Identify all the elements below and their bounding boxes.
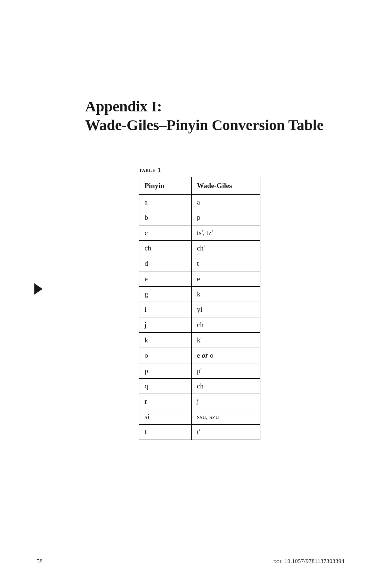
cell-pinyin: a [139, 195, 192, 210]
table-row: iyi [139, 302, 260, 317]
table-row: sissu, szu [139, 409, 260, 425]
cell-wade-giles: j [192, 394, 260, 409]
page-title: Appendix I:Wade-Giles–Pinyin Conversion … [85, 97, 344, 135]
table-row: qch [139, 379, 260, 394]
table-row: ee [139, 271, 260, 287]
cell-pinyin: g [139, 287, 192, 302]
cell-wade-giles: t [192, 256, 260, 271]
cell-pinyin: ch [139, 241, 192, 256]
cell-wade-giles: k' [192, 333, 260, 348]
cell-wade-giles: e or o [192, 348, 260, 363]
table-row: gk [139, 287, 260, 302]
page-footer: 58 doi: 10.1057/9781137303394 [0, 558, 381, 565]
cell-wade-giles: ch' [192, 241, 260, 256]
cell-wade-giles: t' [192, 425, 260, 440]
cell-wade-giles: k [192, 287, 260, 302]
cell-pinyin: d [139, 256, 192, 271]
table-row: aa [139, 195, 260, 210]
cell-pinyin: i [139, 302, 192, 317]
cell-wade-giles: e [192, 271, 260, 287]
cell-pinyin: j [139, 317, 192, 333]
cell-pinyin: o [139, 348, 192, 363]
cell-wade-giles: ts', tz' [192, 225, 260, 241]
header-wade-giles: Wade-Giles [192, 177, 260, 195]
cell-pinyin: b [139, 210, 192, 225]
table-row: cts', tz' [139, 225, 260, 241]
cell-pinyin: r [139, 394, 192, 409]
table-caption: table 1 [139, 166, 344, 174]
svg-marker-0 [34, 283, 43, 295]
table-row: kk' [139, 333, 260, 348]
cell-pinyin: q [139, 379, 192, 394]
table-row: dt [139, 256, 260, 271]
cell-wade-giles: ch [192, 379, 260, 394]
cell-pinyin: e [139, 271, 192, 287]
table-row: oe or o [139, 348, 260, 363]
doi-text: doi: 10.1057/9781137303394 [273, 558, 344, 565]
table-row: tt' [139, 425, 260, 440]
side-arrow-icon [33, 283, 43, 297]
cell-wade-giles: p' [192, 363, 260, 379]
table-row: chch' [139, 241, 260, 256]
table-row: bp [139, 210, 260, 225]
conversion-table: Pinyin Wade-Giles aabpcts', tz'chch'dtee… [139, 177, 260, 440]
table-body: aabpcts', tz'chch'dteegkiyijchkk'oe or o… [139, 195, 260, 440]
cell-pinyin: c [139, 225, 192, 241]
table-wrapper: table 1 Pinyin Wade-Giles aabpcts', tz'c… [139, 166, 344, 440]
header-pinyin: Pinyin [139, 177, 192, 195]
table-row: pp' [139, 363, 260, 379]
cell-wade-giles: a [192, 195, 260, 210]
cell-pinyin: p [139, 363, 192, 379]
cell-pinyin: t [139, 425, 192, 440]
cell-wade-giles: p [192, 210, 260, 225]
table-row: rj [139, 394, 260, 409]
cell-wade-giles: yi [192, 302, 260, 317]
cell-wade-giles: ssu, szu [192, 409, 260, 425]
table-header-row: Pinyin Wade-Giles [139, 177, 260, 195]
cell-pinyin: si [139, 409, 192, 425]
cell-pinyin: k [139, 333, 192, 348]
table-row: jch [139, 317, 260, 333]
page-number: 58 [37, 558, 43, 565]
cell-wade-giles: ch [192, 317, 260, 333]
